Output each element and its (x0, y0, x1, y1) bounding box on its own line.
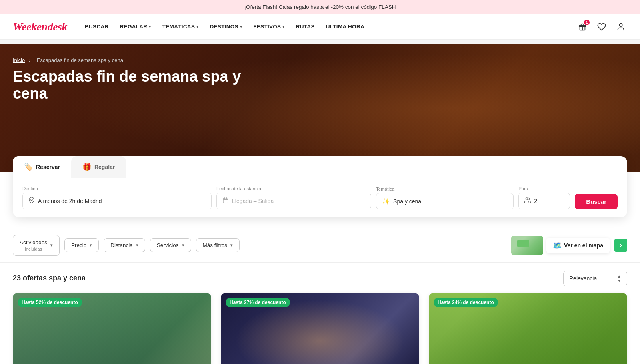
results-divider (0, 262, 640, 263)
cart-badge: 1 (584, 20, 590, 25)
nav-item-festivos[interactable]: FESTIVOS ▾ (248, 20, 289, 33)
svg-rect-4 (223, 198, 228, 203)
logo[interactable]: Weekendesk (13, 20, 67, 33)
header-icons: 1 (576, 20, 627, 33)
card-image: Hasta 27% de descuento (221, 293, 419, 364)
map-button[interactable]: 🗺️ Ver en el mapa › (511, 236, 627, 255)
map-arrow-icon: › (614, 239, 627, 252)
map-icon: 🗺️ (553, 241, 562, 250)
svg-point-2 (619, 23, 622, 26)
search-button[interactable]: Buscar (575, 194, 618, 209)
para-input[interactable]: 2 (518, 193, 570, 209)
mas-filtros-filter[interactable]: Más filtros ▾ (196, 238, 240, 252)
actividades-filter[interactable]: Actividades Incluidas ▾ (13, 235, 60, 256)
search-tabs: 🏷️ Reservar 🎁 Regalar (13, 156, 627, 178)
nav-item-regalar[interactable]: REGALAR ▾ (115, 20, 156, 33)
discount-badge: Hasta 52% de descuento (18, 298, 82, 307)
sort-label: Relevancia (569, 275, 597, 282)
chevron-down-icon: ▾ (149, 24, 151, 29)
tematica-value: Spa y cena (393, 198, 421, 205)
nav-item-rutas[interactable]: RUTAS (291, 20, 320, 33)
svg-point-8 (526, 198, 528, 200)
list-item[interactable]: Hasta 52% de descuento (13, 293, 211, 364)
tematica-field: Temática ✨ Spa y cena (376, 187, 514, 209)
breadcrumb: Inicio › Escapadas fin de semana spa y c… (13, 57, 627, 63)
tematica-input[interactable]: ✨ Spa y cena (376, 193, 514, 209)
distancia-filter[interactable]: Distancia ▾ (104, 238, 145, 252)
reservar-icon: 🏷️ (24, 163, 33, 171)
heart-icon[interactable] (595, 20, 608, 33)
gift-icon[interactable]: 1 (576, 20, 589, 33)
fechas-placeholder: Llegada – Salida (232, 198, 274, 204)
nav-item-buscar[interactable]: BUSCAR (80, 20, 114, 33)
chevron-down-icon: ▾ (240, 24, 242, 29)
tab-reservar-label: Reservar (36, 164, 60, 170)
cards-grid: Hasta 52% de descuento Hasta 27% de desc… (0, 293, 640, 364)
card-image: Hasta 52% de descuento (13, 293, 211, 364)
user-icon[interactable] (614, 20, 627, 33)
breadcrumb-home[interactable]: Inicio (13, 57, 25, 63)
list-item[interactable]: Hasta 24% de descuento (429, 293, 627, 364)
flash-banner-text: ¡Oferta Flash! Cajas regalo hasta el -20… (244, 4, 396, 10)
tab-regalar[interactable]: 🎁 Regalar (71, 156, 126, 178)
discount-badge: Hasta 27% de descuento (226, 298, 290, 307)
regalar-icon: 🎁 (82, 163, 91, 171)
servicios-label: Servicios (157, 242, 179, 248)
destino-label: Destino (22, 186, 212, 191)
sub-header (0, 40, 640, 44)
card-image: Hasta 24% de descuento (429, 293, 627, 364)
list-item[interactable]: Hasta 27% de descuento (221, 293, 419, 364)
actividades-sub: Incluidas (20, 246, 47, 252)
para-value: 2 (534, 198, 537, 204)
main-nav: BUSCAR REGALAR ▾ TEMÁTICAS ▾ DESTINOS ▾ … (80, 20, 576, 33)
servicios-filter[interactable]: Servicios ▾ (150, 238, 191, 252)
map-label-text: Ver en el mapa (564, 242, 603, 249)
persons-icon (524, 197, 531, 205)
chevron-down-icon: ▾ (182, 243, 184, 248)
destino-input[interactable]: A menos de 2h de Madrid (22, 193, 212, 209)
destino-value: A menos de 2h de Madrid (38, 198, 102, 204)
results-count: 23 ofertas spa y cena (13, 274, 86, 282)
tab-regalar-label: Regalar (94, 164, 115, 170)
chevron-down-icon: ▾ (50, 243, 53, 248)
fechas-label: Fechas de la estancia (216, 186, 371, 191)
tematica-label: Temática (376, 187, 514, 191)
discount-badge: Hasta 24% de descuento (434, 298, 498, 307)
nav-item-tematicas[interactable]: TEMÁTICAS ▾ (158, 20, 204, 33)
breadcrumb-separator: › (29, 57, 30, 63)
fechas-field: Fechas de la estancia Llegada – Salida (216, 186, 371, 209)
map-preview (511, 236, 543, 255)
para-field: Para 2 (518, 186, 570, 209)
fechas-input[interactable]: Llegada – Salida (216, 193, 371, 209)
chevron-down-icon: ▾ (90, 243, 92, 248)
mas-filtros-label: Más filtros (203, 242, 228, 248)
sort-arrows-icon: ▲ ▼ (617, 274, 621, 283)
search-fields: Destino A menos de 2h de Madrid Fechas d… (13, 178, 627, 217)
sparkle-icon: ✨ (382, 197, 390, 205)
para-label: Para (518, 186, 570, 191)
tab-reservar[interactable]: 🏷️ Reservar (13, 156, 71, 178)
header: Weekendesk BUSCAR REGALAR ▾ TEMÁTICAS ▾ … (0, 14, 640, 40)
filter-bar: Actividades Incluidas ▾ Precio ▾ Distanc… (0, 229, 640, 262)
chevron-down-icon: ▾ (136, 243, 138, 248)
chevron-down-icon: ▾ (196, 24, 198, 29)
actividades-label: Actividades (20, 239, 47, 246)
map-button-label: 🗺️ Ver en el mapa (546, 238, 610, 253)
svg-point-3 (31, 199, 32, 201)
chevron-down-icon: ▾ (282, 24, 284, 29)
sort-select[interactable]: Relevancia ▲ ▼ (563, 271, 627, 286)
nav-item-ultima-hora[interactable]: ÚLTIMA HORA (321, 20, 369, 33)
precio-filter[interactable]: Precio ▾ (64, 238, 99, 252)
destino-field: Destino A menos de 2h de Madrid (22, 186, 212, 209)
breadcrumb-current: Escapadas fin de semana spa y cena (37, 57, 123, 63)
search-container: 🏷️ Reservar 🎁 Regalar Destino A menos de… (13, 156, 627, 217)
distancia-label: Distancia (110, 242, 133, 248)
hero-section: Inicio › Escapadas fin de semana spa y c… (0, 44, 640, 172)
nav-item-destinos[interactable]: DESTINOS ▾ (205, 20, 247, 33)
location-icon (28, 197, 35, 205)
flash-banner: ¡Oferta Flash! Cajas regalo hasta el -20… (0, 0, 640, 14)
chevron-down-icon: ▾ (230, 243, 233, 248)
calendar-icon (222, 197, 229, 205)
precio-label: Precio (71, 242, 86, 248)
hero-title: Escapadas fin de semana spa y cena (13, 68, 253, 102)
